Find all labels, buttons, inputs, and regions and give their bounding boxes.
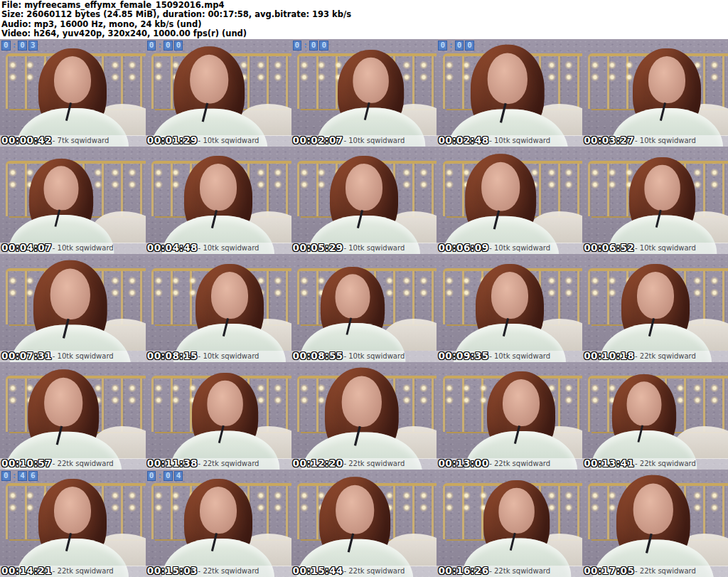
timecode-label: 00:10:18 <box>584 350 634 362</box>
person-figure <box>590 374 697 462</box>
face-shape <box>336 485 374 534</box>
face-shape <box>488 53 528 104</box>
face-shape <box>346 164 382 211</box>
timecode-label: 00:13:00 <box>438 457 488 470</box>
media-metadata-header: File: myfreecams_effymx_female_15092016.… <box>0 0 728 39</box>
face-shape <box>211 272 248 319</box>
timer-digit: 0 <box>319 41 328 51</box>
stream-timer-overlay: 0:00 <box>293 41 329 51</box>
thumbnail-cell: HT - 10tk sqwidward 00:07:31 <box>0 254 146 361</box>
thumbnail-cell: HT - 10tk sqwidward 00:08:55 <box>291 254 437 361</box>
timecode-label: 00:10:57 <box>1 457 52 470</box>
timer-digit: 4 <box>174 471 183 481</box>
face-shape <box>50 268 90 319</box>
timer-digit: 0 <box>309 41 318 51</box>
thumbnail-cell: HT - 22tk sqwidward 00:10:57 <box>0 362 146 470</box>
person-figure <box>150 47 268 144</box>
person-figure <box>161 479 275 573</box>
thumbnail-cell: HT - 10tk sqwidward 00:06:52 <box>582 147 728 254</box>
timecode-label: 00:06:09 <box>438 242 488 254</box>
timecode-label: 00:08:55 <box>293 350 343 362</box>
timecode-label: 00:02:48 <box>438 134 488 147</box>
timecode-label: 00:04:07 <box>1 242 52 254</box>
person-figure <box>299 266 406 354</box>
timecode-label: 00:14:21 <box>1 565 52 577</box>
thumbnail-cell: HT - 22tk sqwidward 00:15:44 <box>291 470 437 577</box>
thumbnail-cell: HT - 22tk sqwidward 00:17:05 <box>582 470 728 577</box>
timecode-label: 00:07:31 <box>1 350 52 362</box>
timer-digit: 0 <box>438 41 447 51</box>
timer-colon: : <box>303 41 308 50</box>
person-figure <box>446 45 569 147</box>
person-figure <box>173 264 287 358</box>
timer-colon: : <box>12 41 17 50</box>
timer-digit: 0 <box>1 471 11 481</box>
timecode-label: 00:01:29 <box>147 134 198 147</box>
stream-timer-overlay: 0:00 <box>438 41 474 51</box>
thumbnail-cell: 0:00 HT - 10tk sqwidward 00:02:07 <box>291 39 437 147</box>
face-shape <box>637 272 674 319</box>
person-figure <box>441 154 560 252</box>
thumbnail-cell: HT - 10tk sqwidward 00:06:09 <box>437 147 582 254</box>
timecode-label: 00:02:07 <box>293 134 343 147</box>
face-shape <box>54 56 91 103</box>
timer-digit: 0 <box>293 41 302 51</box>
face-shape <box>190 55 228 104</box>
timer-digit: 0 <box>174 41 183 51</box>
timecode-label: 00:13:41 <box>584 457 634 470</box>
timecode-label: 00:05:29 <box>293 242 343 254</box>
face-shape <box>200 487 237 534</box>
person-figure <box>316 50 426 141</box>
stream-timer-overlay: 0:03 <box>1 41 38 51</box>
thumbnail-cell: HT - 10tk sqwidward 00:08:15 <box>146 254 291 361</box>
timer-digit: 0 <box>164 471 173 481</box>
thumbnail-cell: HT - 10tk sqwidward 00:04:07 <box>0 147 146 254</box>
person-figure <box>9 260 132 361</box>
face-shape <box>481 162 520 211</box>
person-figure <box>307 156 421 250</box>
face-shape <box>491 272 528 319</box>
face-shape <box>44 166 79 211</box>
stream-timer-overlay: 0:00 <box>147 41 183 51</box>
thumbnail-grid: 0:03 HT - 7tk sqwidward 00:00:42 0:00 HT… <box>0 39 728 577</box>
thumbnail-cell: HT - 10tk sqwidward 00:03:27 <box>582 39 728 147</box>
thumbnail-cell: HT - 22tk sqwidward 00:12:20 <box>291 362 437 470</box>
thumbnail-cell: 0:04 HT - 22tk sqwidward 00:15:03 <box>146 470 291 577</box>
person-figure <box>607 157 717 248</box>
thumbnail-cell: HT - 10tk sqwidward 00:09:35 <box>437 254 582 361</box>
person-figure <box>464 371 578 465</box>
timer-colon: : <box>12 472 17 480</box>
timecode-label: 00:15:03 <box>147 565 198 577</box>
timecode-label: 00:06:52 <box>584 242 634 254</box>
person-figure <box>4 369 122 467</box>
thumbnail-cell: HT - 22tk sqwidward 00:13:00 <box>437 362 582 470</box>
face-shape <box>54 487 91 534</box>
thumbnail-cell: HT - 22tk sqwidward 00:10:18 <box>582 254 728 361</box>
timer-digit: 4 <box>18 471 27 481</box>
stream-timer-overlay: 0:04 <box>147 471 183 481</box>
face-shape <box>353 58 388 103</box>
timecode-label: 00:16:26 <box>438 565 488 577</box>
face-shape <box>498 488 534 534</box>
person-figure <box>461 480 572 571</box>
file-name-line: File: myfreecams_effymx_female_15092016.… <box>1 1 728 10</box>
face-shape <box>336 274 370 318</box>
person-figure <box>161 156 275 250</box>
file-size-line: Size: 26060112 bytes (24.85 MiB), durati… <box>1 10 728 19</box>
thumbnail-cell: 0:00 HT - 10tk sqwidward 00:02:48 <box>437 39 582 147</box>
thumbnail-cell: HT - 10tk sqwidward 00:05:29 <box>291 147 437 254</box>
person-figure <box>453 264 567 358</box>
timer-colon: : <box>157 41 162 50</box>
timer-colon: : <box>157 472 162 480</box>
audio-info-line: Audio: mp3, 16000 Hz, mono, 24 kb/s (und… <box>1 20 728 29</box>
timecode-label: 00:09:35 <box>438 350 488 362</box>
timer-digit: 0 <box>455 41 464 51</box>
face-shape <box>626 381 661 425</box>
face-shape <box>503 379 540 426</box>
timecode-label: 00:04:48 <box>147 242 198 254</box>
timer-digit: 0 <box>1 41 11 51</box>
contact-sheet: File: myfreecams_effymx_female_15092016.… <box>0 0 728 577</box>
person-figure <box>610 48 724 142</box>
person-figure <box>300 367 423 469</box>
thumbnail-cell: HT - 22tk sqwidward 00:13:41 <box>582 362 728 470</box>
